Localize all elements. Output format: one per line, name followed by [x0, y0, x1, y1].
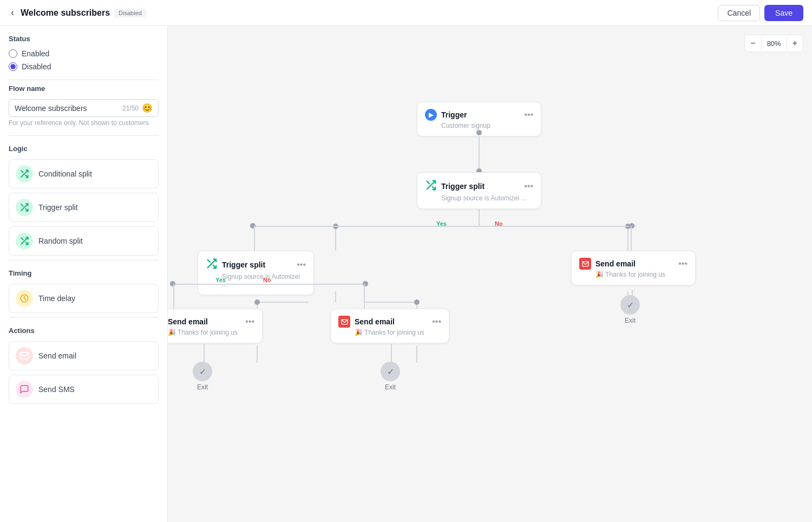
- enabled-radio[interactable]: [9, 49, 17, 58]
- trigger-split-2-menu-button[interactable]: •••: [297, 260, 306, 270]
- sidebar-item-send-sms[interactable]: Send SMS: [9, 375, 159, 404]
- right-branch-v: [631, 226, 632, 253]
- flow-name-input-wrapper: 21/50 😊: [9, 99, 159, 117]
- left-branch-v: [254, 226, 255, 253]
- page-title: Welcome subscribers: [21, 8, 110, 18]
- trigger-split-2-title: Trigger split: [222, 260, 265, 269]
- trigger-split-1-icon: [425, 179, 437, 193]
- trigger-split-1-subtitle: Signup source is Automizei ...: [425, 194, 533, 202]
- send-email-1-node[interactable]: Send email ••• 🎉 Thanks for joining us: [168, 309, 263, 343]
- split2-left-v: [173, 284, 174, 311]
- trigger-split-label: Trigger split: [38, 203, 78, 212]
- sidebar-item-time-delay[interactable]: Time delay: [9, 284, 159, 313]
- send-email-2-title-row: Send email: [338, 316, 395, 328]
- enabled-label: Enabled: [22, 49, 49, 58]
- exit-2-circle: ✓: [381, 362, 400, 381]
- exit-1-node: ✓ Exit: [193, 362, 212, 391]
- send-email-3-icon: [579, 258, 591, 270]
- timing-section-title: Timing: [9, 269, 159, 277]
- send-email-label: Send email: [38, 351, 76, 360]
- char-count: 21/50: [122, 105, 139, 112]
- exit-3-circle: ✓: [620, 295, 640, 315]
- send-email-3-menu-button[interactable]: •••: [678, 259, 687, 269]
- flow-name-input[interactable]: [15, 104, 119, 113]
- trigger-split-1-title-row: Trigger split: [425, 179, 484, 193]
- send-email-2-subtitle: 🎉 Thanks for joining us: [338, 329, 441, 336]
- exit2-v-line: [391, 344, 392, 362]
- exit-2-label: Exit: [385, 383, 396, 391]
- time-delay-icon: [16, 290, 33, 307]
- flow-name-section: Flow name 21/50 😊 For your reference onl…: [9, 84, 159, 127]
- split2-left-dot: [170, 281, 175, 286]
- split1-right-dot: [629, 223, 634, 229]
- zoom-value: 80%: [761, 36, 787, 51]
- conditional-split-icon: [16, 165, 33, 182]
- sidebar-item-conditional-split[interactable]: Conditional split: [9, 159, 159, 188]
- send-sms-label: Send SMS: [38, 385, 75, 394]
- status-badge: Disabled: [114, 9, 146, 17]
- exit1-v-line: [204, 344, 205, 362]
- send-email-2-menu-button[interactable]: •••: [432, 317, 441, 327]
- exit-3-node: ✓ Exit: [620, 295, 640, 324]
- conditional-split-label: Conditional split: [38, 169, 92, 178]
- trigger-split-2-header: Trigger split •••: [206, 258, 306, 272]
- trigger-node-header: ▶ Trigger •••: [425, 109, 533, 121]
- send-email-1-menu-button[interactable]: •••: [245, 317, 254, 327]
- disabled-radio[interactable]: [9, 62, 17, 71]
- split2-yes-label: Yes: [212, 276, 229, 284]
- cancel-button[interactable]: Cancel: [718, 5, 760, 21]
- status-section-title: Status: [9, 35, 159, 43]
- random-split-label: Random split: [38, 237, 83, 245]
- save-button[interactable]: Save: [764, 5, 803, 21]
- trigger-title: Trigger: [441, 110, 467, 119]
- split2-h-line: [172, 284, 367, 285]
- send-email-1-title-row: Send email: [168, 316, 208, 328]
- time-delay-label: Time delay: [38, 294, 75, 303]
- status-disabled-option[interactable]: Disabled: [9, 62, 159, 71]
- status-radio-group: Enabled Disabled: [9, 49, 159, 71]
- emoji-button[interactable]: 😊: [142, 103, 153, 113]
- zoom-in-button[interactable]: +: [787, 35, 803, 51]
- trigger-play-icon: ▶: [425, 109, 437, 121]
- sidebar-item-trigger-split[interactable]: Trigger split: [9, 193, 159, 222]
- header-right: Cancel Save: [718, 5, 803, 21]
- trigger-split-1-title: Trigger split: [441, 182, 484, 191]
- zoom-toolbar: − 80% +: [744, 35, 803, 52]
- send-email-3-subtitle: 🎉 Thanks for joining us: [579, 271, 687, 278]
- logic-section-title: Logic: [9, 145, 159, 153]
- trigger-split-1-menu-button[interactable]: •••: [524, 181, 533, 191]
- send-email-1-header: Send email •••: [168, 316, 254, 328]
- send-email-2-header: Send email •••: [338, 316, 441, 328]
- send-email-3-title: Send email: [595, 259, 636, 268]
- send-email-2-title: Send email: [355, 317, 395, 326]
- main-layout: Status Enabled Disabled Flow name 21/50 …: [0, 26, 812, 522]
- trigger-menu-button[interactable]: •••: [524, 110, 533, 120]
- trigger-split-2-icon: [206, 258, 218, 272]
- exit-3-label: Exit: [625, 317, 636, 324]
- divider-1: [9, 80, 159, 80]
- split2-right-v: [364, 284, 365, 311]
- status-enabled-option[interactable]: Enabled: [9, 49, 159, 58]
- send-email-3-title-row: Send email: [579, 258, 636, 270]
- trigger-split-2-node[interactable]: Trigger split ••• Signup source is Autom…: [198, 251, 314, 295]
- trigger-split-1-header: Trigger split •••: [425, 179, 533, 193]
- divider-4: [9, 317, 159, 318]
- back-button[interactable]: ‹: [9, 5, 16, 21]
- split1-h-line: [252, 226, 636, 227]
- connector-dot-1: [476, 130, 482, 135]
- send-email-1-subtitle: 🎉 Thanks for joining us: [168, 329, 254, 336]
- flow-name-title: Flow name: [9, 84, 159, 93]
- send-email-3-node[interactable]: Send email ••• 🎉 Thanks for joining us: [571, 251, 696, 285]
- sidebar-item-random-split[interactable]: Random split: [9, 226, 159, 256]
- zoom-out-button[interactable]: −: [745, 35, 761, 51]
- send-email-1-title: Send email: [168, 317, 208, 326]
- split2-no-label: No: [260, 276, 274, 284]
- trigger-split-2-title-row: Trigger split: [206, 258, 265, 272]
- send-email-3-header: Send email •••: [579, 258, 687, 270]
- sidebar-item-send-email[interactable]: Send email: [9, 341, 159, 370]
- trigger-split-1-node[interactable]: Trigger split ••• Signup source is Autom…: [417, 172, 541, 209]
- header: ‹ Welcome subscribers Disabled Cancel Sa…: [0, 0, 812, 26]
- canvas[interactable]: − 80% +: [168, 26, 812, 522]
- send-email-2-node[interactable]: Send email ••• 🎉 Thanks for joining us: [330, 309, 449, 343]
- actions-section-title: Actions: [9, 327, 159, 335]
